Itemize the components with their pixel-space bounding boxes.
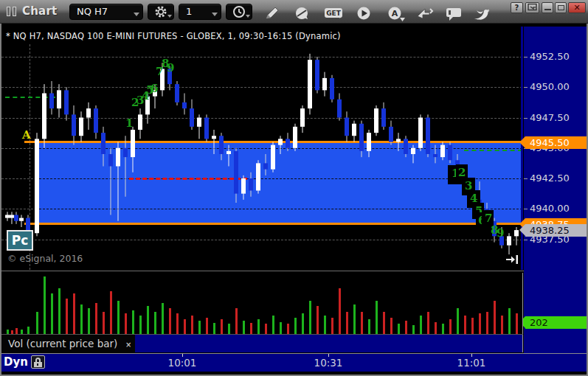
maximize-button[interactable]: [555, 2, 567, 13]
volume-bar: [243, 321, 245, 334]
time-label: 11:01: [449, 357, 494, 369]
candle-body: [116, 148, 120, 167]
volume-bar: [169, 308, 171, 334]
candle-body: [19, 218, 24, 221]
draw-button[interactable]: [263, 6, 282, 21]
price-axis[interactable]: 4952.504950.004947.504945.004942.504940.…: [524, 27, 587, 372]
volume-bar: [508, 308, 511, 334]
candle-body: [507, 236, 511, 245]
candle-body: [359, 124, 364, 151]
candle-body: [182, 102, 187, 108]
volume-bar: [494, 301, 496, 334]
title-bar[interactable]: Chart NQ H7 1: [0, 0, 588, 24]
candle-body: [226, 151, 231, 154]
time-label: 10:01: [160, 357, 204, 369]
volume-bar: [213, 323, 215, 334]
price-label: 4942.50: [530, 173, 570, 184]
pencil-icon: [263, 6, 282, 21]
candle-body: [367, 133, 371, 151]
volume-bar: [324, 316, 326, 334]
axis-tick: [524, 240, 528, 240]
replay-button[interactable]: [354, 6, 373, 21]
send-symbol-button[interactable]: [415, 6, 434, 21]
sequence-number: 9: [497, 228, 504, 239]
chevron-down-icon: [134, 13, 139, 16]
candle-body: [293, 127, 297, 148]
volume-bar: [361, 312, 363, 334]
volume-bar: [162, 303, 164, 334]
volume-bar: [390, 318, 392, 334]
help-button[interactable]: ?: [511, 2, 523, 13]
volume-bar: [405, 321, 407, 334]
trendline-tool-button[interactable]: [292, 6, 311, 21]
candle-body: [42, 94, 46, 139]
symbol-combo[interactable]: NQ H7: [69, 4, 143, 20]
volume-bar: [302, 313, 304, 334]
volume-bar: [44, 276, 46, 334]
candle-body: [49, 94, 54, 109]
volume-bar: [346, 312, 348, 334]
candle-body: [249, 178, 253, 191]
candle-body: [241, 178, 246, 194]
lock-scale-button[interactable]: [31, 355, 45, 369]
volume-bar: [280, 322, 282, 334]
tab-row-filler: [135, 335, 522, 352]
interval-value: 1: [186, 6, 192, 17]
candle-body: [138, 114, 142, 130]
settings-button[interactable]: [148, 4, 174, 20]
get-data-button[interactable]: GET: [323, 6, 342, 21]
volume-bar: [176, 313, 179, 334]
candle-body: [197, 118, 201, 127]
volume-tab-label: Vol (current price bar): [8, 338, 117, 349]
candle-body: [440, 145, 445, 158]
volume-bar: [398, 324, 400, 334]
close-tab-icon[interactable]: ×: [125, 335, 131, 354]
candle-body: [286, 139, 290, 147]
dock-button[interactable]: [525, 2, 539, 13]
dock-window-icon: [527, 3, 538, 11]
chat-button[interactable]: [444, 6, 463, 21]
chart-canvas[interactable]: * NQ H7, NASDAQ 100 E-MINI FUTURES - GLO…: [1, 27, 522, 270]
volume-bar: [435, 322, 437, 334]
twitter-bird-icon: [472, 6, 491, 22]
candle-body: [374, 108, 378, 133]
candle-body: [14, 215, 18, 221]
maximize-icon: [558, 5, 564, 10]
window-title: Chart: [22, 4, 57, 18]
candle-body: [271, 145, 275, 170]
candle-body: [322, 78, 327, 91]
get-icon: GET: [323, 6, 345, 22]
volume-bar: [95, 303, 97, 334]
symbol-value: NQ H7: [77, 6, 108, 17]
candle-body: [389, 127, 393, 142]
link-arrows-icon: [415, 6, 434, 22]
candle-body: [426, 118, 430, 155]
pane-separator[interactable]: [0, 271, 524, 271]
close-button[interactable]: ✕: [568, 2, 586, 13]
axis-tick: [524, 57, 528, 58]
volume-bar: [198, 321, 201, 334]
volume-badge: 202: [525, 316, 587, 329]
volume-bar: [265, 324, 267, 334]
pc-study-label[interactable]: Pc: [7, 230, 33, 251]
volume-pane[interactable]: [1, 273, 522, 334]
candle-body: [123, 148, 128, 157]
volume-bar: [88, 308, 90, 334]
volume-bar: [501, 316, 503, 334]
chevron-down-icon: [167, 15, 172, 18]
time-options-button[interactable]: [226, 4, 252, 20]
minimize-button[interactable]: [542, 2, 553, 13]
go-to-latest-button[interactable]: [505, 254, 519, 268]
volume-bar: [15, 328, 18, 334]
interval-combo[interactable]: 1: [179, 4, 221, 20]
volume-bar: [250, 323, 252, 334]
twitter-share-button[interactable]: [472, 6, 491, 21]
auto-button[interactable]: A: [385, 6, 404, 21]
time-axis[interactable]: Dyn 10:0110:3111:01: [1, 354, 587, 372]
dynamic-mode-label[interactable]: Dyn: [4, 355, 28, 369]
candle-body: [396, 139, 401, 142]
candle-body: [330, 78, 334, 100]
candle-body: [190, 108, 194, 127]
volume-bar: [317, 306, 319, 334]
tab-volume-study[interactable]: Vol (current price bar) ×: [1, 335, 135, 353]
